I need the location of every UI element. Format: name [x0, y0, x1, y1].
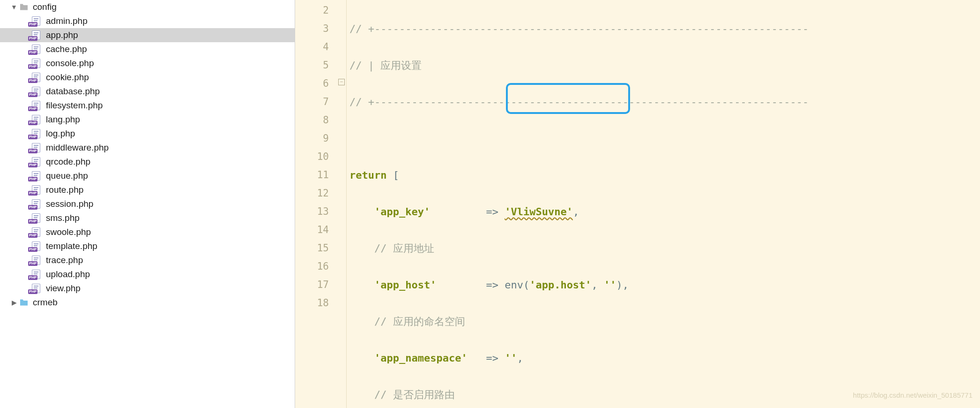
line-number: 2 [295, 1, 329, 20]
file-label: console.php [46, 58, 94, 68]
line-number: 7 [295, 93, 329, 111]
file-queue-php[interactable]: PHPqueue.php [0, 169, 295, 183]
php-file-icon: PHP [30, 30, 42, 40]
line-number: 11 [295, 166, 329, 184]
code-line: 'app_host' => env('app.host', ''), [349, 276, 980, 294]
line-number: 12 [295, 184, 329, 203]
php-file-icon: PHP [30, 73, 42, 82]
folder-config[interactable]: ▼ config [0, 0, 295, 14]
file-label: cookie.php [46, 72, 89, 83]
code-line: // +------------------------------------… [349, 93, 980, 111]
code-line: // +------------------------------------… [349, 20, 980, 38]
file-label: admin.php [46, 16, 88, 26]
file-filesystem-php[interactable]: PHPfilesystem.php [0, 98, 295, 113]
php-file-icon: PHP [30, 59, 42, 68]
file-label: queue.php [46, 171, 88, 181]
file-app-php[interactable]: PHPapp.php [0, 28, 295, 42]
file-label: lang.php [46, 114, 80, 125]
code-line: // 应用地址 [349, 239, 980, 257]
line-number-gutter: 23456789101112131415161718 [295, 0, 337, 408]
folder-label: crmeb [33, 297, 58, 308]
file-sms-php[interactable]: PHPsms.php [0, 211, 295, 225]
file-lang-php[interactable]: PHPlang.php [0, 113, 295, 127]
line-number: 18 [295, 294, 329, 312]
php-file-icon: PHP [30, 242, 42, 251]
php-file-icon: PHP [30, 101, 42, 110]
php-file-icon: PHP [30, 87, 42, 96]
file-label: view.php [46, 283, 81, 294]
code-line: // 应用的命名空间 [349, 312, 980, 331]
php-file-icon: PHP [30, 227, 42, 237]
php-file-icon: PHP [30, 16, 42, 26]
file-label: swoole.php [46, 227, 91, 237]
php-file-icon: PHP [30, 284, 42, 293]
php-file-icon: PHP [30, 213, 42, 223]
line-number: 17 [295, 276, 329, 294]
file-middleware-php[interactable]: PHPmiddleware.php [0, 141, 295, 155]
php-file-icon: PHP [30, 143, 42, 152]
line-number: 8 [295, 111, 329, 129]
file-route-php[interactable]: PHProute.php [0, 183, 295, 197]
file-label: log.php [46, 128, 75, 139]
line-number: 6 [295, 75, 329, 93]
file-label: app.php [46, 30, 78, 40]
php-file-icon: PHP [30, 115, 42, 124]
file-console-php[interactable]: PHPconsole.php [0, 56, 295, 70]
file-tree-panel[interactable]: ▼ config PHPadmin.phpPHPapp.phpPHPcache.… [0, 0, 295, 408]
code-line: // | 应用设置 [349, 56, 980, 75]
php-file-icon: PHP [30, 256, 42, 265]
php-file-icon: PHP [30, 199, 42, 209]
folder-crmeb[interactable]: ▶ crmeb [0, 295, 295, 310]
file-session-php[interactable]: PHPsession.php [0, 197, 295, 211]
php-file-icon: PHP [30, 45, 42, 54]
line-number: 14 [295, 221, 329, 239]
line-number: 13 [295, 203, 329, 221]
line-number: 9 [295, 129, 329, 148]
file-label: template.php [46, 241, 97, 251]
php-file-icon: PHP [30, 171, 42, 181]
line-number: 15 [295, 239, 329, 257]
file-database-php[interactable]: PHPdatabase.php [0, 84, 295, 98]
file-label: trace.php [46, 255, 83, 265]
file-label: qrcode.php [46, 157, 90, 167]
folder-label: config [33, 2, 57, 12]
file-label: database.php [46, 86, 100, 97]
php-file-icon: PHP [30, 157, 42, 166]
file-label: cache.php [46, 44, 87, 54]
file-label: route.php [46, 185, 83, 195]
line-number: 3 [295, 20, 329, 38]
line-number: 5 [295, 56, 329, 75]
file-label: middleware.php [46, 143, 109, 153]
editor-panel: 23456789101112131415161718 − // +-------… [295, 0, 980, 408]
code-area[interactable]: // +------------------------------------… [347, 0, 980, 408]
folder-icon [19, 298, 29, 307]
line-number: 4 [295, 38, 329, 56]
chevron-right-icon: ▶ [9, 299, 19, 306]
file-cache-php[interactable]: PHPcache.php [0, 42, 295, 56]
fold-marker-icon[interactable]: − [338, 79, 345, 85]
chevron-down-icon: ▼ [9, 3, 19, 11]
line-number: 16 [295, 257, 329, 276]
code-line [349, 129, 980, 148]
php-file-icon: PHP [30, 129, 42, 138]
file-upload-php[interactable]: PHPupload.php [0, 267, 295, 281]
file-label: upload.php [46, 269, 90, 280]
file-qrcode-php[interactable]: PHPqrcode.php [0, 155, 295, 169]
file-template-php[interactable]: PHPtemplate.php [0, 239, 295, 253]
code-line: return [ [349, 166, 980, 184]
php-file-icon: PHP [30, 185, 42, 195]
watermark-text: https://blog.csdn.net/weixin_50185771 [853, 386, 973, 404]
fold-column[interactable]: − [337, 0, 347, 408]
file-trace-php[interactable]: PHPtrace.php [0, 253, 295, 267]
file-swoole-php[interactable]: PHPswoole.php [0, 225, 295, 239]
file-cookie-php[interactable]: PHPcookie.php [0, 70, 295, 84]
file-log-php[interactable]: PHPlog.php [0, 127, 295, 141]
line-number: 10 [295, 148, 329, 166]
code-line: 'app_namespace' => '', [349, 349, 980, 367]
file-label: sms.php [46, 213, 80, 223]
file-view-php[interactable]: PHPview.php [0, 281, 295, 295]
file-label: session.php [46, 199, 93, 209]
php-file-icon: PHP [30, 270, 42, 279]
file-admin-php[interactable]: PHPadmin.php [0, 14, 295, 28]
file-label: filesystem.php [46, 100, 103, 111]
